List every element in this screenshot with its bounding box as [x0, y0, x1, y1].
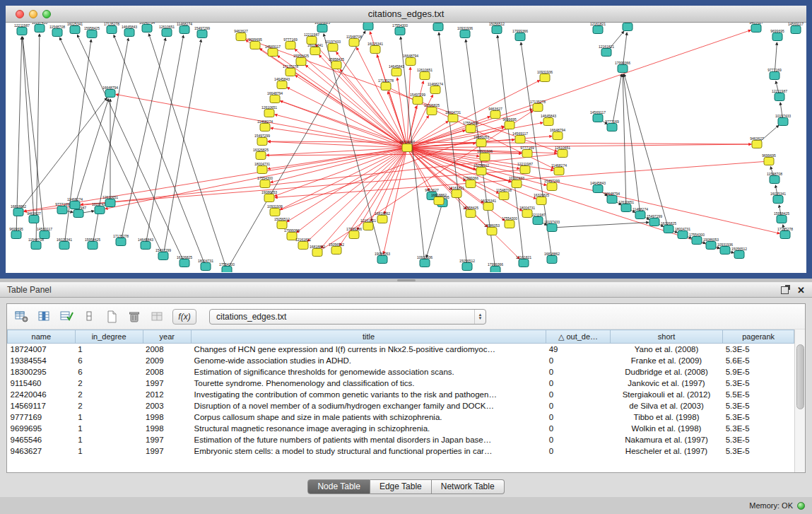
table-cell[interactable]: 1 — [75, 445, 143, 457]
graph-node-teal[interactable] — [377, 256, 387, 264]
graph-node-teal[interactable] — [607, 196, 617, 204]
graph-node-teal[interactable] — [601, 49, 611, 57]
graph-node-teal[interactable] — [734, 251, 744, 259]
graph-node-yellow[interactable] — [310, 47, 320, 55]
tab-edge-table[interactable]: Edge Table — [370, 479, 432, 494]
scrollbar-thumb[interactable] — [796, 344, 804, 409]
table-cell[interactable]: 22420046 — [8, 389, 76, 400]
table-cell[interactable]: 9115460 — [8, 378, 76, 389]
table-cell[interactable]: 5.3E-5 — [723, 378, 794, 389]
citation-edge-red[interactable] — [407, 30, 751, 148]
graph-node-yellow[interactable] — [260, 180, 270, 188]
graph-node-teal[interactable] — [52, 29, 62, 37]
node-table[interactable]: namein_degreeyeartitle△ out_de…shortpage… — [7, 329, 794, 457]
graph-node-teal[interactable] — [678, 231, 688, 239]
vertical-scrollbar[interactable] — [794, 329, 805, 472]
table-cell[interactable]: 0 — [546, 445, 611, 457]
table-cell[interactable]: Corpus callosum shape and size in male p… — [192, 411, 546, 423]
graph-node-teal[interactable] — [201, 263, 211, 271]
graph-node-yellow[interactable] — [286, 42, 295, 49]
graph-node-yellow[interactable] — [328, 44, 338, 52]
table-cell[interactable]: 14569117 — [8, 400, 76, 411]
graph-node-teal[interactable] — [607, 124, 617, 132]
graph-node-yellow[interactable] — [312, 249, 322, 257]
graph-node-teal[interactable] — [87, 30, 97, 38]
graph-node-yellow[interactable] — [236, 33, 246, 41]
graph-node-yellow[interactable] — [554, 168, 564, 175]
graph-node-yellow[interactable] — [434, 197, 444, 205]
new-table-button[interactable] — [102, 308, 122, 326]
citation-edge-red[interactable] — [281, 101, 407, 148]
delete-table-button[interactable] — [124, 308, 144, 326]
table-row[interactable]: 946554611997Estimation of the future num… — [8, 434, 794, 445]
graph-node-teal[interactable] — [70, 26, 80, 34]
table-cell[interactable]: Nakamura et al. (1997) — [610, 434, 722, 445]
graph-node-teal[interactable] — [519, 259, 529, 267]
function-builder-button[interactable]: f(x) — [172, 309, 196, 325]
table-cell[interactable]: 0 — [546, 411, 611, 423]
graph-node-yellow[interactable] — [515, 136, 525, 144]
table-cell[interactable]: 2 — [75, 389, 143, 400]
table-cell[interactable]: Dudbridge et al. (2008) — [610, 366, 722, 378]
graph-node-teal[interactable] — [490, 267, 500, 273]
graph-node-yellow[interactable] — [257, 138, 267, 146]
table-cell[interactable]: Tibbo et al. (1998) — [610, 411, 722, 423]
graph-node-yellow[interactable] — [483, 203, 493, 211]
import-table-button[interactable] — [147, 308, 167, 326]
graph-node-yellow[interactable] — [505, 122, 514, 129]
graph-node-teal[interactable] — [772, 33, 782, 41]
graph-node-yellow[interactable] — [307, 37, 317, 45]
graph-node-teal[interactable] — [433, 23, 443, 31]
graph-node-yellow[interactable] — [522, 150, 532, 158]
graph-node-yellow[interactable] — [402, 144, 412, 152]
table-cell[interactable]: 2009 — [143, 355, 192, 366]
citation-edge-red[interactable] — [407, 144, 751, 148]
table-cell[interactable]: 6 — [75, 355, 143, 366]
graph-node-yellow[interactable] — [543, 118, 553, 126]
table-cell[interactable]: 0 — [546, 355, 611, 366]
column-header-title[interactable]: title — [192, 330, 546, 344]
graph-node-teal[interactable] — [142, 25, 152, 33]
table-cell[interactable]: Yano et al. (2008) — [610, 344, 722, 355]
graph-node-yellow[interactable] — [499, 192, 509, 200]
graph-node-teal[interactable] — [222, 267, 232, 273]
graph-node-teal[interactable] — [59, 242, 69, 250]
table-cell[interactable]: 2012 — [143, 389, 192, 400]
graph-node-teal[interactable] — [751, 25, 761, 33]
table-row[interactable]: 1938455462009Genome-wide association stu… — [8, 355, 794, 366]
graph-node-teal[interactable] — [57, 206, 67, 214]
graph-node-teal[interactable] — [29, 216, 39, 223]
table-cell[interactable]: Investigating the contribution of common… — [192, 389, 546, 400]
citation-edge-red[interactable] — [275, 99, 511, 182]
minimize-window-button[interactable] — [29, 10, 37, 18]
graph-node-teal[interactable] — [623, 23, 632, 31]
table-cell[interactable]: 0 — [546, 423, 611, 434]
citation-edge-black[interactable] — [121, 38, 165, 242]
graph-node-yellow[interactable] — [520, 166, 530, 174]
graph-node-yellow[interactable] — [264, 110, 274, 117]
table-cell[interactable]: Disruption of a novel member of a sodium… — [192, 400, 546, 411]
graph-node-yellow[interactable] — [752, 141, 762, 148]
citation-edge-red[interactable] — [407, 148, 519, 259]
graph-node-teal[interactable] — [618, 65, 628, 73]
table-selector-dropdown[interactable]: citations_edges.txt ▲▼ — [209, 309, 486, 325]
graph-node-teal[interactable] — [13, 209, 23, 216]
graph-node-yellow[interactable] — [536, 197, 546, 205]
table-row[interactable]: 1830029562008Estimation of significance … — [8, 366, 794, 378]
table-row[interactable]: 2242004622012Investigating the contribut… — [8, 389, 794, 400]
graph-node-yellow[interactable] — [381, 83, 391, 90]
graph-node-teal[interactable] — [141, 242, 151, 250]
table-cell[interactable]: 9465546 — [8, 434, 76, 445]
citation-edge-red[interactable] — [275, 127, 504, 212]
graph-node-teal[interactable] — [158, 252, 168, 260]
table-cell[interactable]: 19384554 — [8, 355, 76, 366]
table-cell[interactable]: 5.3E-5 — [723, 445, 794, 457]
graph-node-teal[interactable] — [547, 256, 557, 264]
graph-node-teal[interactable] — [105, 90, 115, 98]
table-cell[interactable]: Estimation of the future numbers of pati… — [192, 434, 546, 445]
graph-node-teal[interactable] — [395, 28, 405, 35]
graph-node-yellow[interactable] — [331, 247, 341, 255]
graph-node-teal[interactable] — [11, 231, 21, 239]
table-cell[interactable]: 2 — [75, 400, 143, 411]
graph-node-teal[interactable] — [773, 196, 783, 204]
